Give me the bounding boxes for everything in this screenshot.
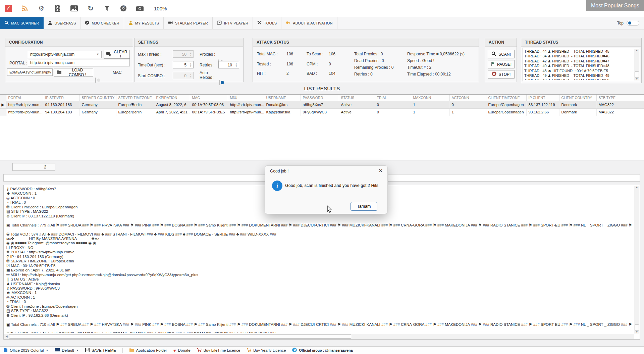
spinner-arrows-icon[interactable]: ▲▼ (234, 61, 239, 68)
col-server-timezone[interactable]: SERVER TIMEZONE (116, 95, 154, 101)
combo-path-input[interactable]: E:\MEGAsync\Sahsi\iptv (7, 68, 53, 76)
col-client-country[interactable]: CLIENT COUNTRY (559, 95, 596, 101)
col-expiration[interactable]: EXPIRATION (154, 95, 190, 101)
col-username[interactable]: USERNAME (264, 95, 301, 101)
cell[interactable]: April 7, 2022, 4:31... (154, 108, 190, 116)
cell[interactable]: http://srb-iptv-mun... (6, 108, 43, 116)
disc-icon[interactable] (120, 5, 127, 12)
cell[interactable]: MAG322 (596, 108, 644, 116)
portal-url-combo[interactable]: http://srb-iptv-munja.com ▼ (28, 51, 102, 58)
buy-lifetime-licence-button[interactable]: Buy LifeTime Licence (197, 348, 240, 353)
col-server-country[interactable]: SERVER COUNTRY (79, 95, 116, 101)
save-theme-button[interactable]: SAVE THEME (85, 348, 116, 353)
scroll-down-icon[interactable]: ▼ (636, 78, 638, 81)
col-ip-client[interactable]: IP CLIENT (526, 95, 559, 101)
cell[interactable]: 1 (411, 101, 449, 108)
col-portal[interactable]: PORTAL (6, 95, 43, 101)
scroll-left-icon[interactable]: ◀ (4, 335, 9, 338)
log-vertical-scrollbar[interactable]: ▲ ▼ (634, 186, 639, 334)
col-actconn[interactable]: ACTCONN (449, 95, 486, 101)
cell[interactable]: Europe/Copenhagen (486, 101, 526, 108)
scroll-up-icon[interactable]: ▲ (636, 49, 638, 52)
cell[interactable]: 1 (411, 108, 449, 116)
scroll-thumb[interactable] (635, 324, 639, 331)
scroll-up-icon[interactable]: ▲ (636, 186, 638, 189)
col-stb-type[interactable]: STB TYPE (596, 95, 644, 101)
cell[interactable]: Europe/Berlin (116, 108, 154, 116)
theme-office-selector[interactable]: Office 2019 Colorful ▼ (3, 348, 48, 353)
cell[interactable]: 0 (375, 108, 411, 116)
col-status[interactable]: STATUS (339, 95, 375, 101)
camera-icon[interactable] (136, 5, 144, 12)
cell[interactable]: Active (339, 101, 375, 108)
filter-icon[interactable] (103, 5, 111, 12)
cell[interactable]: Europe/Berlin (116, 101, 154, 108)
tab-stalker-player[interactable]: STALKER PLAYER (164, 17, 213, 29)
cell[interactable]: 0 (449, 101, 486, 108)
cell[interactable]: http://srb-iptv-mun... (228, 101, 264, 108)
log-horizontal-scrollbar[interactable]: ◀ (4, 334, 634, 339)
cell[interactable]: 94.130.204.183 (43, 108, 79, 116)
max-thread-spinner[interactable]: 50 ▲▼ (173, 50, 194, 58)
rss-icon[interactable] (21, 5, 29, 12)
top-toggle[interactable] (627, 21, 639, 26)
cell[interactable]: a8Ihg8Xxs7 (301, 101, 339, 108)
spinner-arrows-icon[interactable]: ▲▼ (188, 51, 193, 57)
cell[interactable]: Donald@krs (264, 101, 301, 108)
pause-button[interactable]: PAUSE! (488, 60, 515, 68)
app-wand-icon[interactable] (5, 5, 12, 12)
dialog-ok-button[interactable]: Tamam (351, 202, 377, 211)
cell[interactable]: MAG322 (596, 101, 644, 108)
stop-button[interactable]: STOP! (488, 70, 515, 79)
cell[interactable]: Germany (79, 108, 116, 116)
spinner-arrows-icon[interactable]: ▲▼ (188, 72, 193, 79)
tab-user-pass[interactable]: USER:PASS (44, 17, 81, 29)
timeout-spinner[interactable]: 5 ▲▼ (173, 61, 194, 68)
cell[interactable]: 83.137.122.119 (526, 101, 559, 108)
start-combo-spinner[interactable]: 0 ▲▼ (173, 72, 194, 79)
gear-icon[interactable]: ⚙ (38, 5, 45, 12)
cell[interactable]: August 8, 2022, 6:... (154, 101, 190, 108)
col-password[interactable]: PASSWORD (301, 95, 339, 101)
scroll-down-icon[interactable]: ▼ (636, 331, 638, 334)
cell[interactable]: Active (339, 108, 375, 116)
buy-yearly-licence-button[interactable]: Buy Yearly Licence (247, 348, 286, 353)
spinner-arrows-icon[interactable]: ▲▼ (188, 61, 193, 68)
image-icon[interactable] (70, 5, 78, 12)
cell[interactable]: 1 (449, 108, 486, 116)
cell[interactable]: 00:1A:79:5F:08:03 (190, 101, 228, 108)
tab-m3u-checker[interactable]: M3U CHECKER (80, 17, 124, 29)
close-icon[interactable]: ✕ (378, 168, 383, 174)
thread-status-list[interactable]: THREAD : 44 ♟ FINISHED - TOTAL FINISHED=… (523, 48, 640, 81)
mac-toggle[interactable] (95, 78, 96, 83)
col-maxconn[interactable]: MAXCONN (411, 95, 449, 101)
scroll-thumb[interactable] (9, 334, 351, 339)
donate-button[interactable]: ♥ Donate (173, 348, 191, 353)
cell[interactable]: http://srb-iptv-mun... (6, 101, 43, 108)
scroll-thumb[interactable] (635, 71, 639, 78)
table-row[interactable]: http://srb-iptv-mun... 94.130.204.183 Ge… (0, 108, 644, 116)
tab-about-activation[interactable]: ABOUT & ACTIVATION (281, 17, 337, 29)
scan-button[interactable]: SCAN! (488, 50, 515, 58)
auto-reload-toggle[interactable] (219, 80, 220, 85)
col-ip-server[interactable]: IP SERVER (43, 95, 79, 101)
tab-my-results[interactable]: MY RESULTS (124, 17, 164, 29)
theme-default-selector[interactable]: Default ▼ (55, 348, 78, 352)
cell[interactable]: 0 (375, 101, 411, 108)
thread-scrollbar[interactable]: ▲ ▼ (634, 49, 639, 81)
tab-tools[interactable]: TOOLS (253, 17, 281, 29)
retries-spinner[interactable]: 10 ▲▼ (218, 61, 239, 68)
clear-button[interactable]: CLEAR ! (104, 50, 130, 59)
table-row[interactable]: ▶ http://srb-iptv-mun... 94.130.204.183 … (0, 101, 644, 108)
cell[interactable]: Denmark (559, 108, 596, 116)
official-group-link[interactable]: Official group : @manzeraayena (292, 348, 353, 353)
cell[interactable]: Denmark (559, 101, 596, 108)
cell[interactable]: 9Py6qXWyC3 (301, 108, 339, 116)
col-trial[interactable]: TRIAL (375, 95, 411, 101)
cell[interactable]: 00:1A:79:5F:FB:E5 (190, 108, 228, 116)
application-folder-button[interactable]: Application Folder (129, 348, 167, 353)
cell[interactable]: Kaja@danska (264, 108, 301, 116)
film-icon[interactable] (54, 5, 61, 12)
cell[interactable]: Germany (79, 101, 116, 108)
col-mac[interactable]: MAC (190, 95, 228, 101)
